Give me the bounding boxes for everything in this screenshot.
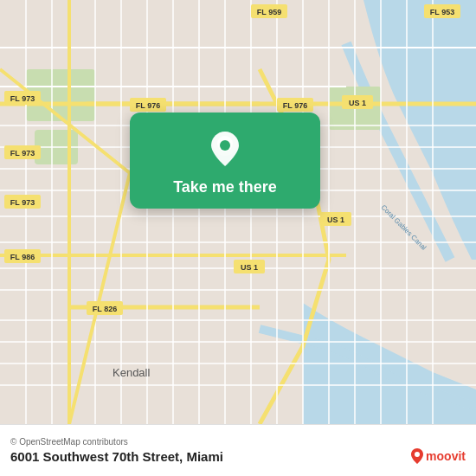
svg-text:US 1: US 1 — [327, 215, 344, 224]
take-me-there-button[interactable]: Take me there — [173, 178, 277, 196]
svg-text:FL 973: FL 973 — [10, 198, 35, 207]
map-container: FL 973 FL 973 FL 973 FL 976 FL 976 FL 95… — [0, 0, 476, 424]
moovit-logo: moovit — [411, 448, 466, 464]
svg-text:FL 826: FL 826 — [93, 305, 117, 313]
svg-text:FL 953: FL 953 — [430, 8, 454, 16]
svg-point-67 — [220, 140, 230, 151]
svg-text:Kendall: Kendall — [113, 366, 150, 379]
map-svg: FL 973 FL 973 FL 973 FL 976 FL 976 FL 95… — [0, 0, 476, 424]
svg-text:US 1: US 1 — [241, 263, 258, 272]
svg-text:FL 976: FL 976 — [283, 101, 307, 110]
svg-text:FL 973: FL 973 — [10, 94, 35, 103]
moovit-pin-icon — [411, 448, 423, 464]
map-pin-icon — [204, 128, 246, 170]
location-card[interactable]: Take me there — [130, 113, 320, 209]
svg-text:FL 973: FL 973 — [10, 149, 35, 158]
svg-text:FL 976: FL 976 — [136, 101, 160, 110]
svg-text:FL 986: FL 986 — [10, 253, 35, 261]
svg-point-68 — [415, 452, 420, 457]
address-text: 6001 Southwest 70th Street, Miami — [10, 449, 223, 464]
moovit-label: moovit — [426, 449, 466, 463]
svg-text:US 1: US 1 — [349, 99, 366, 107]
map-attribution: © OpenStreetMap contributors — [10, 437, 466, 447]
svg-text:FL 959: FL 959 — [257, 8, 281, 16]
bottom-bar: © OpenStreetMap contributors 6001 Southw… — [0, 424, 476, 476]
